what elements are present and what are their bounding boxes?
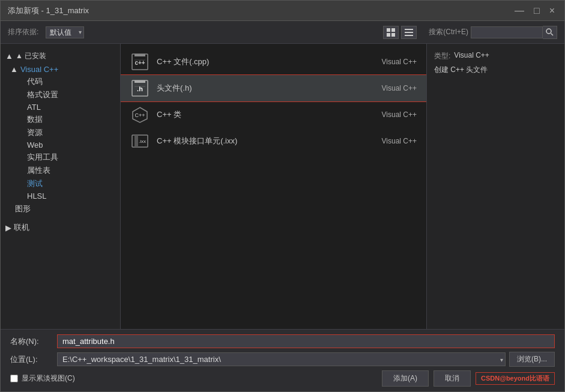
cpp-class-name: C++ 类 <box>157 109 361 120</box>
vcpp-children: 代码 格式设置 ATL 数据 资源 Web 实用工具 属性表 测试 HLSL <box>5 75 120 202</box>
svg-text:.ixx: .ixx <box>139 139 146 144</box>
item-list: c++ C++ 文件(.cpp) Visual C++ .h <box>121 44 426 329</box>
csdn-badge: CSDN@beyond比语语 <box>476 372 555 385</box>
module-unit-name: C++ 模块接口单元(.ixx) <box>157 136 361 146</box>
desc-row: 创建 C++ 头文件 <box>434 65 557 75</box>
svg-rect-6 <box>405 35 413 36</box>
sidebar-item-property[interactable]: 属性表 <box>10 164 120 177</box>
search-box: 搜索(Ctrl+E) <box>429 26 557 39</box>
list-view-button[interactable] <box>401 26 417 39</box>
location-controls: ▾ 浏览(B)... <box>57 352 555 367</box>
sidebar-item-data[interactable]: 数据 <box>10 113 120 126</box>
sidebar-item-utility[interactable]: 实用工具 <box>10 151 120 164</box>
sidebar-item-resource[interactable]: 资源 <box>10 126 120 139</box>
installed-group[interactable]: ▲ ▲ 已安装 <box>1 49 120 62</box>
sidebar-item-graphics[interactable]: 图形 <box>5 202 120 216</box>
name-input[interactable] <box>57 334 555 348</box>
checkbox-label[interactable]: 显示累淡视图(C) <box>10 373 75 384</box>
cpp-class-icon: C++ <box>130 105 150 124</box>
add-new-item-dialog: 添加新项 - 1_31_matrix — □ × 排序依据: 默认值 名称 类型 <box>0 0 565 392</box>
svg-rect-2 <box>387 33 390 37</box>
location-input-wrap: ▾ <box>57 352 506 366</box>
add-button[interactable]: 添加(A) <box>382 370 429 387</box>
right-panel: 类型: Visual C++ 创建 C++ 头文件 <box>426 44 564 329</box>
location-wrap: ▾ 浏览(B)... <box>57 352 555 367</box>
svg-line-8 <box>551 34 554 36</box>
cancel-button[interactable]: 取消 <box>434 370 471 387</box>
expand-arrow-vcpp: ▲ <box>10 65 18 74</box>
grid-view-button[interactable] <box>383 26 399 39</box>
svg-point-7 <box>546 29 551 34</box>
sidebar-item-format[interactable]: 格式设置 <box>10 88 120 101</box>
sort-select[interactable]: 默认值 名称 类型 <box>46 26 84 38</box>
dialog-title: 添加新项 - 1_31_matrix <box>8 5 89 16</box>
header-file-name: 头文件(.h) <box>157 83 361 94</box>
svg-rect-10 <box>134 54 145 56</box>
location-label: 位置(L): <box>10 354 52 365</box>
svg-rect-5 <box>405 32 413 33</box>
search-label: 搜索(Ctrl+E) <box>429 27 468 37</box>
item-row-module[interactable]: .ixx C++ 模块接口单元(.ixx) Visual C++ <box>121 128 426 154</box>
show-view-checkbox[interactable] <box>10 375 18 382</box>
search-input[interactable] <box>471 26 543 38</box>
svg-rect-3 <box>391 33 395 37</box>
svg-rect-20 <box>134 135 138 147</box>
installed-label: ▲ 已安装 <box>16 51 46 61</box>
location-input[interactable] <box>57 352 506 366</box>
online-group[interactable]: ▶ 联机 <box>1 220 120 234</box>
svg-rect-4 <box>405 29 413 30</box>
search-button[interactable] <box>543 26 557 39</box>
location-row: 位置(L): ▾ 浏览(B)... <box>10 352 555 367</box>
cpp-file-name: C++ 文件(.cpp) <box>157 56 361 67</box>
svg-rect-14 <box>134 80 145 83</box>
sidebar-item-hlsl[interactable]: HLSL <box>10 190 120 202</box>
visual-cpp-group[interactable]: ▲ Visual C++ <box>5 62 120 75</box>
maximize-button[interactable]: □ <box>531 5 542 16</box>
header-file-category: Visual C++ <box>369 84 417 92</box>
svg-text:c++: c++ <box>134 59 145 66</box>
module-unit-category: Visual C++ <box>369 137 417 145</box>
minimize-button[interactable]: — <box>512 5 527 16</box>
visual-cpp-label: Visual C++ <box>20 65 58 74</box>
title-controls: — □ × <box>512 5 557 16</box>
cpp-file-category: Visual C++ <box>369 58 417 66</box>
bottom-bar: 名称(N): 位置(L): ▾ 浏览(B)... 显示累淡视图(C) <box>1 329 564 391</box>
name-label: 名称(N): <box>10 336 52 347</box>
header-file-icon: .h <box>130 79 150 98</box>
cpp-file-icon: c++ <box>130 52 150 71</box>
title-bar: 添加新项 - 1_31_matrix — □ × <box>1 1 564 21</box>
expand-arrow-installed: ▲ <box>5 52 13 61</box>
close-button[interactable]: × <box>547 5 557 16</box>
action-buttons: 添加(A) 取消 CSDN@beyond比语语 <box>382 370 555 387</box>
item-row-cpp[interactable]: c++ C++ 文件(.cpp) Visual C++ <box>121 49 426 75</box>
sidebar-item-atl[interactable]: ATL <box>10 101 120 113</box>
sidebar-item-web[interactable]: Web <box>10 139 120 151</box>
sidebar-item-code[interactable]: 代码 <box>10 75 120 88</box>
toolbar: 排序依据: 默认值 名称 类型 搜索(Ctrl+E) <box>1 21 564 44</box>
sidebar: ▲ ▲ 已安装 ▲ Visual C++ 代码 格式设置 ATL 数据 资源 W… <box>1 44 121 329</box>
svg-rect-1 <box>391 28 395 32</box>
cpp-class-category: Visual C++ <box>369 110 417 119</box>
type-row: 类型: Visual C++ <box>434 51 557 61</box>
bottom-actions: 显示累淡视图(C) 添加(A) 取消 CSDN@beyond比语语 <box>10 370 555 387</box>
expand-arrow-online: ▶ <box>5 223 11 232</box>
browse-button[interactable]: 浏览(B)... <box>509 352 555 367</box>
type-label: 类型: <box>434 51 450 61</box>
svg-rect-0 <box>387 28 390 32</box>
name-row: 名称(N): <box>10 334 555 348</box>
item-row-header[interactable]: .h 头文件(.h) Visual C++ <box>121 75 426 101</box>
type-value: Visual C++ <box>454 51 489 61</box>
installed-children: ▲ Visual C++ 代码 格式设置 ATL 数据 资源 Web 实用工具 … <box>1 62 120 216</box>
main-content: ▲ ▲ 已安装 ▲ Visual C++ 代码 格式设置 ATL 数据 资源 W… <box>1 44 564 329</box>
view-toggle-buttons <box>383 26 417 39</box>
sort-select-wrap[interactable]: 默认值 名称 类型 <box>46 26 84 38</box>
checkbox-text: 显示累淡视图(C) <box>22 373 75 384</box>
module-icon: .ixx <box>130 131 150 151</box>
sidebar-item-test[interactable]: 测试 <box>10 177 120 190</box>
svg-text:C++: C++ <box>134 112 145 118</box>
online-label: 联机 <box>14 222 29 233</box>
sort-label: 排序依据: <box>8 27 38 37</box>
desc-value: 创建 C++ 头文件 <box>434 65 488 75</box>
item-row-class[interactable]: C++ C++ 类 Visual C++ <box>121 101 426 128</box>
